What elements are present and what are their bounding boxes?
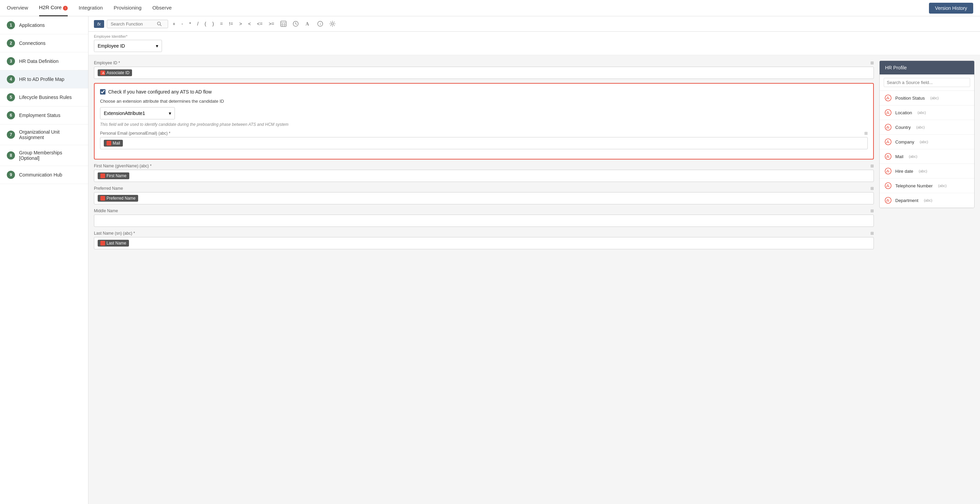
sidebar-label-group-memberships: Group Memberships [Optional]: [19, 150, 81, 161]
pn-chip-icon: [100, 196, 105, 201]
hr-field-company[interactable]: ⁂ Company (abc): [880, 135, 974, 149]
sidebar-item-org-unit[interactable]: 7 Organizational Unit Assignment: [0, 124, 88, 145]
svg-point-15: [102, 174, 104, 177]
toolbar-open-paren[interactable]: (: [203, 20, 208, 28]
middle-name-grid-icon[interactable]: ⊞: [870, 208, 874, 213]
sidebar: 1 Applications 2 Connections 3 HR Data D…: [0, 16, 89, 504]
toolbar-not-equals[interactable]: !=: [227, 20, 235, 28]
svg-point-11: [331, 23, 334, 25]
info-icon[interactable]: i: [315, 19, 325, 29]
dropdown-chevron: ▾: [156, 43, 158, 49]
sidebar-label-connections: Connections: [19, 40, 46, 46]
nav-items: Overview H2R Core! Integration Provision…: [7, 0, 929, 16]
hr-field-telephone[interactable]: ⁂ Telephone Number (abc): [880, 179, 974, 193]
search-function-input[interactable]: [111, 21, 155, 27]
ats-hint: This field will be used to identify cand…: [100, 122, 868, 127]
toolbar-minus[interactable]: -: [180, 20, 185, 28]
hr-field-icon-hire-date: ⁂: [885, 167, 892, 175]
sidebar-item-hr-data[interactable]: 3 HR Data Definition: [0, 52, 88, 70]
nav-overview[interactable]: Overview: [7, 0, 28, 16]
font-icon[interactable]: A: [303, 19, 313, 29]
employee-identifier-value: Employee ID: [98, 43, 125, 49]
nav-integration[interactable]: Integration: [79, 0, 103, 16]
toolbar-plus[interactable]: +: [171, 20, 177, 28]
preferred-name-grid-icon[interactable]: ⊞: [870, 186, 874, 191]
main-layout: 1 Applications 2 Connections 3 HR Data D…: [0, 16, 980, 504]
svg-text:⁂: ⁂: [102, 72, 105, 74]
hr-field-name-country: Country: [895, 125, 911, 130]
hr-field-name-mail: Mail: [895, 154, 904, 159]
hr-field-icon-location: ⁂: [885, 109, 892, 116]
hr-field-department[interactable]: ⁂ Department (abc): [880, 193, 974, 208]
employee-identifier-row: Employee Identifier* Employee ID ▾: [89, 32, 980, 55]
toolbar-gte[interactable]: >=: [267, 20, 276, 28]
top-nav: Overview H2R Core! Integration Provision…: [0, 0, 980, 16]
toolbar-divide[interactable]: /: [195, 20, 200, 28]
table-icon[interactable]: [279, 19, 288, 29]
nav-provisioning[interactable]: Provisioning: [114, 0, 142, 16]
nav-h2r-core[interactable]: H2R Core!: [39, 0, 68, 16]
last-name-input[interactable]: Last Name: [94, 237, 874, 249]
hr-field-icon-department: ⁂: [885, 197, 892, 204]
sidebar-item-applications[interactable]: 1 Applications: [0, 16, 88, 34]
sidebar-item-hr-ad-map[interactable]: 4 HR to AD Profile Map: [0, 70, 88, 89]
ats-alert-box: Check If you have configured any ATS to …: [94, 83, 874, 160]
svg-text:⁂: ⁂: [886, 125, 889, 129]
hr-field-position-status[interactable]: ⁂ Position Status (abc): [880, 91, 974, 105]
svg-text:⁂: ⁂: [886, 184, 889, 188]
last-name-grid-icon[interactable]: ⊞: [870, 231, 874, 236]
personal-email-grid-icon[interactable]: ⊞: [864, 131, 868, 136]
toolbar-close-paren[interactable]: ): [211, 20, 216, 28]
svg-point-17: [102, 242, 104, 244]
personal-email-container: Personal Email (personalEmail) (abc) * ⊞…: [100, 131, 868, 149]
hr-field-country[interactable]: ⁂ Country (abc): [880, 120, 974, 135]
preferred-name-input[interactable]: Preferred Name: [94, 192, 874, 204]
toolbar-equals[interactable]: =: [218, 20, 224, 28]
first-name-grid-icon[interactable]: ⊞: [870, 163, 874, 168]
last-name-chip: Last Name: [98, 240, 129, 247]
nav-observe[interactable]: Observe: [153, 0, 172, 16]
employee-id-grid-icon[interactable]: ⊞: [870, 60, 874, 65]
sidebar-item-lifecycle[interactable]: 5 Lifecycle Business Rules: [0, 89, 88, 106]
middle-name-container: Middle Name ⊞: [94, 208, 874, 227]
toolbar-multiply[interactable]: *: [188, 20, 192, 28]
version-history-button[interactable]: Version History: [929, 3, 973, 14]
hr-field-type-department: (abc): [924, 198, 932, 202]
search-function-box[interactable]: [107, 20, 168, 28]
hr-field-hire-date[interactable]: ⁂ Hire date (abc): [880, 164, 974, 179]
hr-field-type-hire-date: (abc): [919, 169, 927, 173]
toolbar-greater[interactable]: >: [237, 20, 243, 28]
svg-point-16: [102, 197, 104, 200]
employee-identifier-dropdown[interactable]: Employee ID ▾: [94, 40, 162, 52]
hr-panel-search-input[interactable]: [884, 78, 970, 87]
sidebar-item-employment-status[interactable]: 6 Employment Status: [0, 106, 88, 124]
sidebar-item-connections[interactable]: 2 Connections: [0, 34, 88, 52]
sidebar-item-group-memberships[interactable]: 8 Group Memberships [Optional]: [0, 145, 88, 166]
preferred-name-label: Preferred Name ⊞: [94, 186, 874, 191]
hr-field-location[interactable]: ⁂ Location (abc): [880, 105, 974, 120]
hr-field-icon-position-status: ⁂: [885, 94, 892, 102]
last-name-label: Last Name (sn) (abc) * ⊞: [94, 231, 874, 236]
extension-attribute-value: ExtensionAttribute1: [104, 111, 145, 116]
sidebar-item-comm-hub[interactable]: 9 Communication Hub: [0, 166, 88, 184]
clock-icon[interactable]: [291, 19, 301, 29]
personal-email-input[interactable]: Mail: [100, 137, 868, 149]
hr-field-name-position-status: Position Status: [895, 95, 925, 101]
employee-id-input[interactable]: ⁂ Associate ID: [94, 67, 874, 79]
toolbar-lte[interactable]: <=: [255, 20, 264, 28]
sidebar-label-lifecycle: Lifecycle Business Rules: [19, 95, 72, 100]
settings-icon[interactable]: [328, 19, 337, 29]
ats-checkbox-row: Check If you have configured any ATS to …: [100, 89, 868, 95]
hr-panel-field-list: ⁂ Position Status (abc) ⁂ Location (abc)…: [880, 91, 974, 208]
middle-name-input[interactable]: [94, 215, 874, 227]
first-name-input[interactable]: First Name: [94, 170, 874, 182]
ats-checkbox-label: Check If you have configured any ATS to …: [108, 89, 212, 95]
personal-email-label: Personal Email (personalEmail) (abc) * ⊞: [100, 131, 868, 136]
mail-chip-icon: [107, 141, 111, 146]
hr-field-mail[interactable]: ⁂ Mail (abc): [880, 149, 974, 164]
sidebar-num-3: 3: [7, 57, 15, 65]
extension-attribute-dropdown[interactable]: ExtensionAttribute1 ▾: [100, 107, 175, 119]
toolbar-less[interactable]: <: [247, 20, 253, 28]
hr-field-type-position-status: (abc): [930, 96, 939, 100]
ats-checkbox[interactable]: [100, 89, 105, 95]
